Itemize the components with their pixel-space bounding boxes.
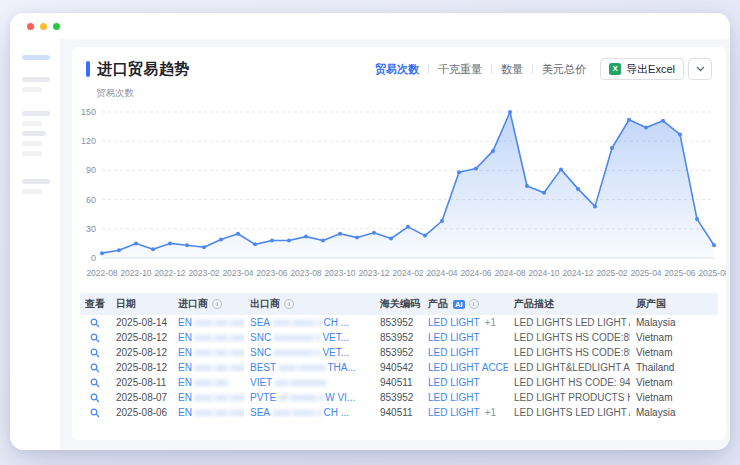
trend-area-chart[interactable]: 03060901201502022-082022-102022-122023-0… bbox=[72, 100, 726, 285]
exporter-link[interactable]: SNC xxxxxxxxx xVET... bbox=[244, 332, 374, 343]
export-excel-button[interactable]: X 导出Excel bbox=[600, 58, 684, 80]
table-row: 2025-08-07 ENxxxx xxx xxxxxNG L... PVTEx… bbox=[80, 390, 718, 405]
sidebar-item[interactable] bbox=[22, 151, 42, 156]
importer-link[interactable]: ENxxxx xxx xxxxxNG L... bbox=[172, 347, 244, 358]
sidebar-item[interactable] bbox=[22, 189, 42, 194]
exporter-link[interactable]: PVTExx xxxxxx xW VI... bbox=[244, 392, 374, 403]
hs-code-cell: 853952 bbox=[374, 392, 422, 403]
svg-text:2022-12: 2022-12 bbox=[154, 268, 185, 278]
exporter-link[interactable]: SEA xxxx xxxxx xCH ... bbox=[244, 317, 374, 328]
svg-text:2023-04: 2023-04 bbox=[222, 268, 253, 278]
magnifier-icon[interactable] bbox=[90, 393, 100, 403]
sidebar-item[interactable] bbox=[22, 141, 42, 146]
col-view: 查看 bbox=[80, 297, 110, 311]
importer-link[interactable]: ENxxxx xxx xxxxxNG L... bbox=[172, 317, 244, 328]
exporter-link[interactable]: VIET xxx xxxxxxxx bbox=[244, 377, 374, 388]
info-icon[interactable] bbox=[284, 299, 294, 309]
window-body: 进口贸易趋势 贸易次数 千克重量 数量 美元总价 bbox=[10, 39, 730, 450]
sidebar-item[interactable] bbox=[22, 111, 50, 116]
info-icon[interactable] bbox=[469, 299, 479, 309]
svg-text:2023-12: 2023-12 bbox=[358, 268, 389, 278]
importer-link[interactable]: ENxxxx xxx xxxxxNG L... bbox=[172, 407, 244, 418]
sidebar-item[interactable] bbox=[22, 87, 42, 92]
sidebar-item-active[interactable] bbox=[22, 55, 50, 60]
col-origin-country: 原产国 bbox=[630, 297, 718, 311]
close-window-dot[interactable] bbox=[27, 23, 34, 30]
description-cell: LED LIGHT HS CODE: 940511,N M bbox=[508, 377, 630, 388]
window-titlebar bbox=[10, 13, 730, 39]
svg-text:2023-06: 2023-06 bbox=[256, 268, 287, 278]
magnifier-icon[interactable] bbox=[90, 333, 100, 343]
magnifier-icon[interactable] bbox=[90, 318, 100, 328]
sidebar-nav bbox=[10, 39, 60, 450]
product-link[interactable]: LED LIGHT+1 bbox=[422, 407, 508, 418]
svg-text:2024-12: 2024-12 bbox=[562, 268, 593, 278]
svg-text:2023-08: 2023-08 bbox=[290, 268, 321, 278]
description-cell: LED LIGHTS HS CODE:853952,ENVISIONLED bbox=[508, 347, 630, 358]
view-cell bbox=[80, 333, 110, 343]
export-button-group: X 导出Excel bbox=[600, 58, 712, 80]
minimize-window-dot[interactable] bbox=[40, 23, 47, 30]
svg-text:2024-08: 2024-08 bbox=[494, 268, 525, 278]
svg-text:60: 60 bbox=[86, 195, 96, 205]
chevron-down-icon bbox=[696, 66, 705, 72]
magnifier-icon[interactable] bbox=[90, 378, 100, 388]
metric-tabs: 贸易次数 千克重量 数量 美元总价 bbox=[375, 62, 586, 77]
table-row: 2025-08-12 ENxxxx xxx xxxxxNG L... SNC x… bbox=[80, 345, 718, 360]
date-cell: 2025-08-12 bbox=[110, 332, 172, 343]
svg-text:90: 90 bbox=[86, 165, 96, 175]
hs-code-cell: 853952 bbox=[374, 347, 422, 358]
importer-link[interactable]: ENxxxx xxx xxxxxNG L... bbox=[172, 362, 244, 373]
export-dropdown-button[interactable] bbox=[688, 58, 712, 80]
svg-text:2025-04: 2025-04 bbox=[630, 268, 661, 278]
product-link[interactable]: LED LIGHT+1 bbox=[422, 317, 508, 328]
table-row: 2025-08-06 ENxxxx xxx xxxxxNG L... SEA x… bbox=[80, 405, 718, 420]
tab-usd-total[interactable]: 美元总价 bbox=[542, 62, 586, 77]
exporter-link[interactable]: BESTxxxx xxxxxx THA... bbox=[244, 362, 374, 373]
tab-trade-count[interactable]: 贸易次数 bbox=[375, 62, 419, 77]
exporter-link[interactable]: SEA xxxx xxxxx xCH ... bbox=[244, 407, 374, 418]
importer-link[interactable]: ENxxxx xxx xxxxxNG L... bbox=[172, 332, 244, 343]
date-cell: 2025-08-06 bbox=[110, 407, 172, 418]
col-date: 日期 bbox=[110, 297, 172, 311]
importer-link[interactable]: ENxxxx xxx bbox=[172, 377, 244, 388]
hs-code-cell: 853952 bbox=[374, 317, 422, 328]
sidebar-item[interactable] bbox=[22, 131, 46, 136]
svg-text:2024-04: 2024-04 bbox=[426, 268, 457, 278]
magnifier-icon[interactable] bbox=[90, 363, 100, 373]
exporter-link[interactable]: SNC xxxxxxxxx xVET... bbox=[244, 347, 374, 358]
table-header-row: 查看 日期 进口商 出口商 海关编码 产品AI 产品描述 原产国 bbox=[80, 293, 718, 315]
svg-text:2025-08: 2025-08 bbox=[698, 268, 726, 278]
product-link[interactable]: LED LIGHT bbox=[422, 347, 508, 358]
date-cell: 2025-08-12 bbox=[110, 362, 172, 373]
magnifier-icon[interactable] bbox=[90, 408, 100, 418]
ai-badge: AI bbox=[453, 300, 465, 309]
view-cell bbox=[80, 408, 110, 418]
sidebar-item[interactable] bbox=[22, 121, 42, 126]
svg-text:2022-10: 2022-10 bbox=[120, 268, 151, 278]
description-cell: LED LIGHTS LED LIGHT ACCESSORIES,ENVISIO… bbox=[508, 317, 630, 328]
importer-link[interactable]: ENxxxx xxx xxxxxNG L... bbox=[172, 392, 244, 403]
sidebar-item[interactable] bbox=[22, 179, 50, 184]
view-cell bbox=[80, 318, 110, 328]
svg-text:2024-06: 2024-06 bbox=[460, 268, 491, 278]
magnifier-icon[interactable] bbox=[90, 348, 100, 358]
tab-kg-weight[interactable]: 千克重量 bbox=[438, 62, 482, 77]
product-link[interactable]: LED LIGHT bbox=[422, 377, 508, 388]
view-cell bbox=[80, 378, 110, 388]
product-link[interactable]: LED LIGHT ACCESSORY bbox=[422, 362, 508, 373]
excel-icon: X bbox=[609, 63, 621, 75]
view-cell bbox=[80, 393, 110, 403]
country-cell: Vietnam bbox=[630, 332, 718, 343]
maximize-window-dot[interactable] bbox=[53, 23, 60, 30]
svg-text:30: 30 bbox=[86, 224, 96, 234]
tab-divider bbox=[428, 64, 429, 74]
info-icon[interactable] bbox=[212, 299, 222, 309]
tab-quantity[interactable]: 数量 bbox=[501, 62, 523, 77]
sidebar-item[interactable] bbox=[22, 77, 50, 82]
product-link[interactable]: LED LIGHT bbox=[422, 392, 508, 403]
panel-title-wrap: 进口贸易趋势 bbox=[86, 60, 190, 79]
tab-divider bbox=[532, 64, 533, 74]
svg-text:2025-06: 2025-06 bbox=[664, 268, 695, 278]
product-link[interactable]: LED LIGHT bbox=[422, 332, 508, 343]
